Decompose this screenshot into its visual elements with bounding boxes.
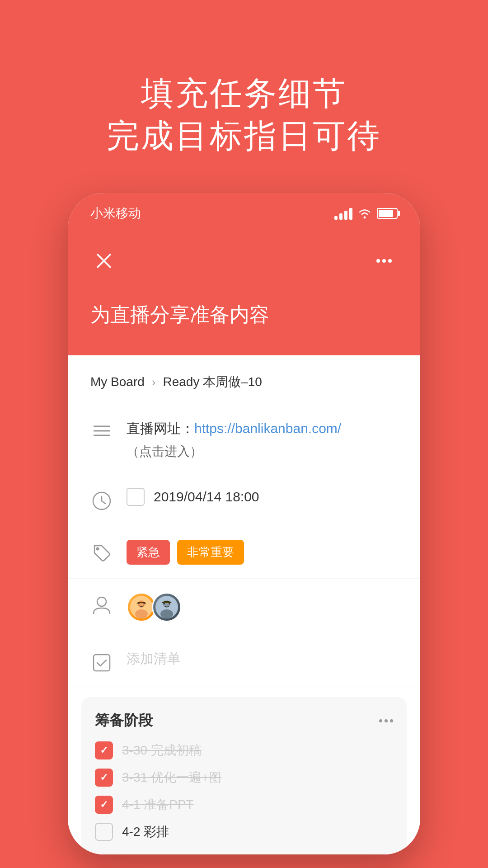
checklist-header: 筹备阶段 — [95, 711, 393, 731]
checklist-items: ✓ 3-30 完成初稿 ✓ 3-31 优化一遍+图 ✓ 4-1 准备PPT — [95, 741, 393, 841]
checklist-item-3: ✓ 4-1 准备PPT — [95, 796, 393, 814]
check-icon-3: ✓ — [100, 799, 108, 811]
members-content — [127, 592, 398, 622]
hero-section: 填充任务细节 完成目标指日可待 — [80, 0, 408, 193]
checklist-item-2: ✓ 3-31 优化一遍+图 — [95, 769, 393, 787]
checklist-text-1: 3-30 完成初稿 — [122, 742, 202, 759]
datetime-content: 2019/04/14 18:00 — [127, 488, 398, 506]
tags-content: 紧急 非常重要 — [127, 540, 398, 565]
svg-point-19 — [163, 603, 165, 605]
tag-important[interactable]: 非常重要 — [177, 540, 244, 565]
checkbox-4[interactable] — [95, 823, 113, 841]
tag-icon — [90, 542, 113, 564]
description-link[interactable]: https://banlikanban.com/ — [194, 421, 341, 436]
checkbox-1[interactable]: ✓ — [95, 741, 113, 760]
more-button[interactable] — [371, 247, 398, 274]
hero-line2: 完成目标指日可待 — [107, 118, 381, 154]
checkbox-3[interactable]: ✓ — [95, 796, 113, 814]
datetime-value-row: 2019/04/14 18:00 — [127, 488, 398, 506]
wifi-icon — [358, 208, 371, 219]
battery-icon — [377, 208, 398, 219]
signal-icon — [334, 207, 352, 220]
checklist-more-button[interactable] — [379, 719, 393, 722]
description-prefix: 直播网址： — [127, 421, 194, 436]
hero-line1: 填充任务细节 — [141, 75, 347, 111]
add-checklist-row[interactable]: 添加清单 — [68, 636, 420, 688]
checklist-text-2: 3-31 优化一遍+图 — [122, 769, 221, 786]
svg-rect-21 — [94, 655, 110, 671]
check-icon-1: ✓ — [100, 745, 108, 756]
svg-point-20 — [169, 603, 170, 605]
clock-icon — [90, 490, 113, 512]
checklist-item-1: ✓ 3-30 完成初稿 — [95, 741, 393, 760]
svg-point-13 — [135, 609, 148, 618]
description-content: 直播网址：https://banlikanban.com/ （点击进入） — [127, 418, 398, 460]
task-title: 为直播分享准备内容 — [90, 302, 398, 328]
svg-point-9 — [96, 547, 99, 551]
breadcrumb-separator: › — [152, 375, 156, 389]
description-link-sub: （点击进入） — [127, 443, 398, 460]
phone-mockup: 小米移动 — [68, 193, 420, 854]
breadcrumb-column[interactable]: Ready 本周做–10 — [163, 373, 262, 391]
datetime-row: 2019/04/14 18:00 — [68, 474, 420, 526]
tag-urgent[interactable]: 紧急 — [127, 540, 170, 565]
datetime-text: 2019/04/14 18:00 — [154, 489, 259, 505]
checklist-section: 筹备阶段 ✓ 3-30 完成初稿 ✓ — [81, 697, 407, 854]
carrier-label: 小米移动 — [90, 205, 141, 222]
person-icon — [90, 594, 113, 617]
checklist-text-3: 4-1 准备PPT — [122, 796, 194, 813]
close-icon — [96, 253, 112, 269]
checklist-text-4: 4-2 彩排 — [122, 823, 169, 840]
description-text: 直播网址：https://banlikanban.com/ — [127, 418, 398, 439]
status-bar: 小米移动 — [68, 193, 420, 234]
svg-line-8 — [102, 501, 105, 504]
svg-point-18 — [160, 609, 173, 618]
task-title-area: 为直播分享准备内容 — [68, 297, 420, 355]
datetime-checkbox[interactable] — [127, 488, 145, 506]
checklist-icon — [90, 651, 113, 674]
svg-point-10 — [97, 597, 106, 606]
menu-icon — [90, 420, 113, 442]
check-icon-2: ✓ — [100, 772, 108, 783]
avatar-2[interactable] — [152, 592, 182, 622]
add-checklist-label[interactable]: 添加清单 — [127, 650, 398, 668]
add-checklist-content: 添加清单 — [127, 650, 398, 668]
tags-row: 紧急 非常重要 — [68, 526, 420, 579]
members-row — [68, 579, 420, 636]
breadcrumb: My Board › Ready 本周做–10 — [68, 373, 420, 404]
close-button[interactable] — [90, 247, 117, 274]
description-row: 直播网址：https://banlikanban.com/ （点击进入） — [68, 404, 420, 474]
checklist-item-4: 4-2 彩排 — [95, 823, 393, 841]
members-container — [127, 592, 398, 622]
checklist-title: 筹备阶段 — [95, 711, 153, 731]
card-body: My Board › Ready 本周做–10 直播网址：https://ban… — [68, 355, 420, 854]
status-icons — [334, 207, 398, 220]
breadcrumb-board[interactable]: My Board — [90, 375, 145, 389]
checkbox-2[interactable]: ✓ — [95, 769, 113, 787]
svg-point-0 — [364, 217, 366, 219]
tags-container: 紧急 非常重要 — [127, 540, 398, 565]
